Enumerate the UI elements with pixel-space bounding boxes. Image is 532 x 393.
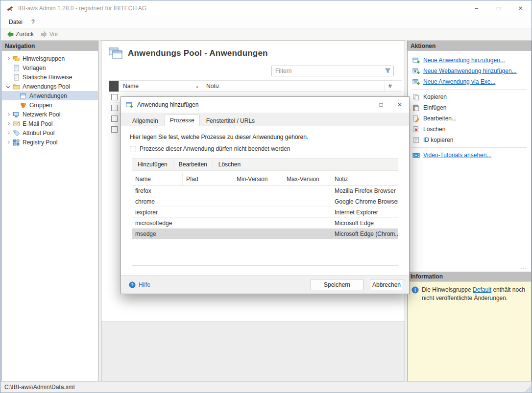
menu-help[interactable]: ? [27, 17, 39, 27]
menu-datei[interactable]: Datei [4, 17, 27, 27]
process-row-iexplorer[interactable]: iexplorer Internet Explorer [132, 207, 398, 218]
help-link[interactable]: ? Hilfe [129, 281, 311, 288]
dialog-minimize-button[interactable]: – [353, 97, 372, 113]
filter-funnel-icon[interactable] [385, 68, 391, 74]
action-copy-id[interactable]: ID kopieren [408, 135, 531, 145]
dialog-close-button[interactable]: ✕ [390, 97, 409, 113]
close-button[interactable]: ✕ [509, 0, 532, 16]
nav-item-gruppen[interactable]: Gruppen [2, 100, 98, 110]
nav-item-vorlagen[interactable]: Vorlagen [2, 63, 98, 72]
title-bar: IBI-aws Admin 1.28.0 - registriert für I… [0, 0, 532, 16]
process-edit-button[interactable]: Bearbeiten [173, 159, 213, 170]
copy-icon [412, 93, 420, 101]
nav-item-hinweisgruppen[interactable]: Hinweisgruppen [2, 54, 98, 63]
column-header-max-version[interactable]: Max-Version [283, 173, 331, 185]
process-row-firefox[interactable]: firefox Mozilla Firefox Browser [132, 185, 398, 196]
information-text: Die Hinweisgruppe Default enthält noch n… [422, 286, 527, 303]
application-icon [20, 92, 27, 99]
chevron-right-icon[interactable] [6, 57, 9, 60]
action-paste[interactable]: Einfügen [408, 102, 531, 113]
tab-allgemein[interactable]: Allgemein [127, 115, 164, 126]
dialog-maximize-button[interactable]: □ [372, 97, 390, 113]
folder-icon [13, 83, 20, 90]
maximize-button[interactable]: □ [487, 0, 509, 16]
nav-label: Statische Hinweise [23, 74, 72, 81]
app-window: IBI-aws Admin 1.28.0 - registriert für I… [0, 0, 532, 393]
process-row-microsoftedge[interactable]: microsoftedge Microsoft Edge [132, 218, 398, 229]
nav-item-statische-hinweise[interactable]: Statische Hinweise [2, 72, 98, 82]
tags-icon [13, 55, 20, 62]
nav-item-anwendungen[interactable]: Anwendungen [2, 91, 98, 100]
row-checkbox[interactable] [111, 105, 118, 111]
action-video-tutorials[interactable]: Neue Anwendung hinzufügen... Video-Tutor… [408, 150, 531, 161]
process-table-header: Name Pfad Min-Version Max-Version Notiz [132, 173, 398, 185]
resize-grip[interactable] [524, 385, 531, 392]
chevron-right-icon[interactable] [6, 140, 9, 144]
nav-label: E-Mail Pool [23, 120, 52, 127]
nav-label: Netzwerk Pool [23, 111, 60, 118]
actions-overflow[interactable]: ... [521, 264, 527, 271]
cancel-button[interactable]: Abbrechen [370, 279, 403, 290]
video-tutorials-label: Video-Tutorials ansehen... [423, 152, 491, 159]
new-application-icon [412, 57, 420, 64]
chevron-down-icon[interactable] [6, 85, 9, 88]
forward-arrow-icon [41, 31, 48, 38]
no-terminate-checkbox-row[interactable]: Prozesse dieser Anwendung dürfen nicht b… [121, 140, 409, 152]
nav-item-netzwerk-pool[interactable]: Netzwerk Pool [2, 110, 98, 119]
column-header-count[interactable]: # [385, 81, 402, 92]
minimize-button[interactable]: – [465, 0, 487, 16]
select-column-header[interactable] [109, 81, 119, 92]
action-new-application-exe[interactable]: Neue Anwendung via Exe... [408, 76, 531, 87]
action-delete[interactable]: Löschen [408, 124, 531, 135]
forward-button[interactable]: Vor [37, 30, 62, 39]
action-new-application[interactable]: Neue Anwendung hinzufügen... [408, 55, 531, 66]
dialog-title: Anwendung hinzufügen [137, 101, 353, 108]
action-edit[interactable]: Bearbeiten... [408, 113, 531, 124]
no-terminate-checkbox[interactable] [130, 146, 136, 152]
separator [411, 89, 527, 90]
nav-item-registry-pool[interactable]: Registry Pool [2, 138, 98, 147]
chevron-right-icon[interactable] [6, 131, 9, 135]
column-header-min-version[interactable]: Min-Version [233, 173, 283, 185]
information-header: Information [408, 272, 531, 281]
dialog-footer: ? Hilfe Speichern Abbrechen [121, 275, 409, 294]
actions-header: Aktionen [408, 41, 531, 51]
nav-item-anwendungs-pool[interactable]: Anwendungs Pool [2, 82, 98, 91]
back-button[interactable]: Zurück [3, 30, 37, 39]
column-header-notiz[interactable]: Notiz [331, 173, 398, 185]
video-tutorials-icon [412, 152, 420, 159]
process-row-chrome[interactable]: chrome Google Chrome Browser [132, 196, 398, 207]
info-icon [411, 286, 419, 294]
nav-item-email-pool[interactable]: E-Mail Pool [2, 119, 98, 128]
row-checkbox[interactable] [111, 94, 118, 100]
tab-fenstertitel-urls[interactable]: Fenstertitel / URLs [201, 115, 260, 126]
actions-body: Neue Anwendung hinzufügen... Neue Webanw… [408, 51, 531, 272]
chevron-right-icon[interactable] [6, 113, 9, 116]
tab-prozesse[interactable]: Prozesse [165, 115, 200, 126]
nav-item-attribut-pool[interactable]: Attribut Pool [2, 128, 98, 138]
nav-label: Vorlagen [23, 65, 46, 71]
navigation-panel: Navigation Hinweisgruppen [1, 41, 98, 381]
column-header-name[interactable]: Name [132, 173, 183, 185]
chevron-right-icon[interactable] [6, 122, 9, 125]
action-new-web-application[interactable]: Neue Webanwendung hinzufügen... [408, 66, 531, 76]
table-header-row: Name ▲ Notiz # [109, 80, 402, 92]
process-add-button[interactable]: Hinzufügen [132, 159, 173, 170]
filter-input[interactable] [271, 66, 394, 76]
nav-label: Attribut Pool [23, 130, 54, 137]
process-toolbar: Hinzufügen Bearbeiten Löschen [132, 158, 398, 171]
back-label: Zurück [16, 31, 34, 38]
dialog-icon [126, 101, 133, 109]
column-header-notiz[interactable]: Notiz [202, 81, 385, 92]
column-header-pfad[interactable]: Pfad [183, 173, 233, 185]
column-header-name[interactable]: Name ▲ [119, 81, 202, 92]
filter-box [271, 66, 394, 76]
action-copy[interactable]: Kopieren [408, 92, 531, 102]
process-row-msedge[interactable]: msedge Microsoft Edge (Chrom... [132, 229, 398, 239]
default-group-link[interactable]: Default [473, 286, 491, 293]
right-panel: Aktionen Neue Anwendung hinzufügen... [407, 41, 532, 381]
row-checkbox[interactable] [111, 116, 118, 122]
row-checkbox[interactable] [111, 126, 118, 133]
process-delete-button[interactable]: Löschen [213, 159, 246, 170]
save-button[interactable]: Speichern [311, 279, 363, 290]
